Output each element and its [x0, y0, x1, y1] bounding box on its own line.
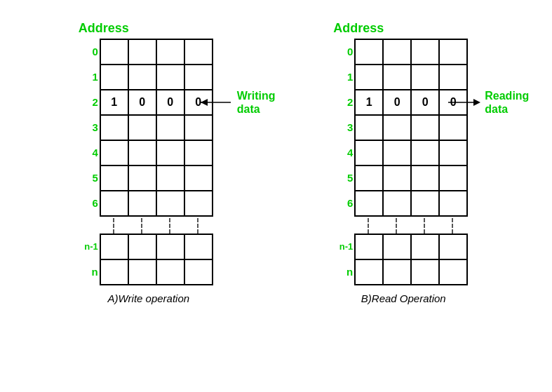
rcell-6-1 [384, 191, 412, 217]
cell-2-2: 0 [157, 90, 185, 116]
rcell-6-3 [440, 191, 468, 217]
cell-1-1 [129, 65, 157, 90]
cell-6-1 [129, 191, 157, 217]
right-caption: B)Read Operation [333, 292, 473, 304]
cell-4-1 [129, 141, 157, 166]
left-row-1: 1 [79, 64, 98, 89]
left-row-6: 6 [79, 190, 98, 215]
cell-4-3 [185, 141, 213, 166]
rcell-2-0: 1 [356, 90, 384, 116]
rcell-5-0 [356, 166, 384, 191]
left-address-label: Address [79, 21, 129, 36]
left-row-0: 0 [79, 39, 98, 64]
rcell-5-1 [384, 166, 412, 191]
rcell-4-2 [412, 141, 440, 166]
rcell-1-1 [384, 65, 412, 90]
left-row-5: 5 [79, 165, 98, 190]
svg-marker-3 [473, 99, 480, 106]
cell-2-0: 1 [101, 90, 129, 116]
reading-label-line2: data [485, 102, 529, 116]
cell-5-3 [185, 166, 213, 191]
rcell-4-0 [356, 141, 384, 166]
svg-marker-1 [201, 99, 208, 106]
rcell-3-0 [356, 116, 384, 141]
right-read-arrow: Reading data [447, 89, 529, 116]
left-main-grid: 1 0 0 0 [100, 39, 213, 217]
right-bottom-grid-wrapper: n-1 n [333, 234, 468, 285]
rcell-1-2 [412, 65, 440, 90]
right-row-n: n [333, 259, 353, 284]
bcell-0-3 [185, 235, 213, 260]
left-bottom-grid [100, 234, 213, 285]
bcell-0-1 [129, 235, 157, 260]
rcell-5-3 [440, 166, 468, 191]
left-write-arrow: Writing data [199, 89, 276, 116]
writing-label-line1: Writing [237, 89, 276, 102]
right-main-grid: 1 0 0 0 [354, 39, 468, 217]
left-row-3: 3 [79, 114, 98, 140]
left-row-n: n [79, 259, 98, 284]
left-bottom-labels: n-1 n [79, 234, 98, 284]
rcell-4-3 [440, 141, 468, 166]
rcell-2-2: 0 [412, 90, 440, 116]
right-row-1: 1 [333, 64, 353, 89]
bcell-1-1 [129, 260, 157, 285]
right-bottom-labels: n-1 n [333, 234, 353, 284]
left-caption: A)Write operation [79, 292, 219, 304]
rcell-0-2 [412, 40, 440, 65]
cell-1-0 [101, 65, 129, 90]
cell-4-0 [101, 141, 129, 166]
cell-5-1 [129, 166, 157, 191]
right-row-labels: 0 1 2 3 4 5 6 [333, 39, 353, 215]
cell-6-3 [185, 191, 213, 217]
left-row-labels: 0 1 2 3 4 5 6 [79, 39, 98, 215]
bcell-1-2 [157, 260, 185, 285]
rcell-6-0 [356, 191, 384, 217]
cell-1-3 [185, 65, 213, 90]
cell-3-2 [157, 116, 185, 141]
right-row-3: 3 [333, 114, 353, 140]
cell-0-0 [101, 40, 129, 65]
rbcell-0-2 [412, 235, 440, 260]
rcell-3-2 [412, 116, 440, 141]
rbcell-1-1 [384, 260, 412, 285]
right-row-0: 0 [333, 39, 353, 64]
rcell-3-3 [440, 116, 468, 141]
cell-0-2 [157, 40, 185, 65]
cell-6-0 [101, 191, 129, 217]
rcell-0-0 [356, 40, 384, 65]
cell-3-0 [101, 116, 129, 141]
writing-label-line2: data [237, 102, 276, 116]
rcell-6-2 [412, 191, 440, 217]
right-row-6: 6 [333, 190, 353, 215]
cell-3-1 [129, 116, 157, 141]
right-row-2: 2 [333, 89, 353, 114]
cell-4-2 [157, 141, 185, 166]
rcell-4-1 [384, 141, 412, 166]
bcell-1-0 [101, 260, 129, 285]
cell-5-2 [157, 166, 185, 191]
left-row-4: 4 [79, 140, 98, 165]
cell-0-3 [185, 40, 213, 65]
rbcell-0-3 [440, 235, 468, 260]
rcell-0-1 [384, 40, 412, 65]
bcell-0-2 [157, 235, 185, 260]
left-row-2: 2 [79, 89, 98, 114]
right-row-4: 4 [333, 140, 353, 165]
right-row-5: 5 [333, 165, 353, 190]
cell-1-2 [157, 65, 185, 90]
left-row-n1: n-1 [79, 234, 98, 259]
rcell-5-2 [412, 166, 440, 191]
cell-6-2 [157, 191, 185, 217]
rcell-2-1: 0 [384, 90, 412, 116]
rcell-1-3 [440, 65, 468, 90]
bcell-0-0 [101, 235, 129, 260]
left-bottom-grid-wrapper: n-1 n [79, 234, 213, 285]
rbcell-0-1 [384, 235, 412, 260]
rbcell-1-2 [412, 260, 440, 285]
rbcell-1-0 [356, 260, 384, 285]
right-row-n1: n-1 [333, 234, 353, 259]
rcell-0-3 [440, 40, 468, 65]
rcell-3-1 [384, 116, 412, 141]
rcell-1-0 [356, 65, 384, 90]
